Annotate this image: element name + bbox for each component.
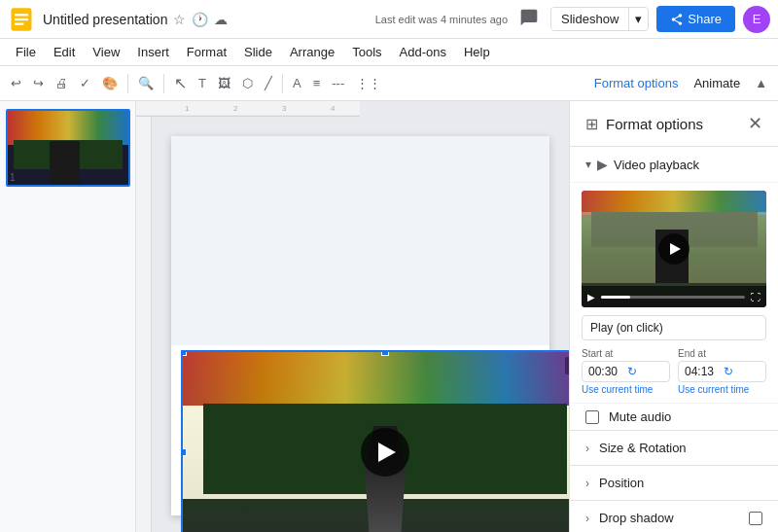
end-time-input-wrap: ↻ — [678, 361, 766, 382]
app-logo — [8, 6, 35, 33]
title-bar-actions: Last edit was 4 minutes ago Slideshow ▾ … — [375, 4, 770, 34]
canvas-area[interactable]: 1 2 3 4 5 6 7 8 9 — [136, 101, 569, 532]
image-button[interactable]: 🖼 — [213, 73, 235, 93]
line-weight-button[interactable]: ≡ — [308, 73, 326, 93]
menu-edit[interactable]: Edit — [46, 43, 83, 61]
text-box-button[interactable]: T — [194, 73, 211, 93]
spellcheck-button[interactable]: ✓ — [75, 73, 95, 93]
start-at-label: Start at — [582, 348, 670, 359]
slide-container: ⤢ — [152, 117, 569, 532]
video-playback-header[interactable]: ▾ ▶ Video playback — [570, 147, 778, 183]
mute-checkbox[interactable] — [585, 410, 599, 424]
play-option-select[interactable]: Play (on click) Play (automatically) Pla… — [582, 315, 766, 340]
sep2 — [163, 74, 164, 93]
end-time-input[interactable] — [685, 365, 724, 378]
svg-text:4: 4 — [331, 104, 336, 113]
drop-shadow-title: Drop shadow — [599, 511, 749, 525]
drop-shadow-header[interactable]: › Drop shadow — [570, 501, 778, 532]
chevron-down-icon: ▾ — [585, 158, 591, 171]
menu-slide[interactable]: Slide — [236, 43, 280, 61]
format-options-button[interactable]: Format options — [588, 73, 685, 93]
time-inputs: Start at ↻ End at ↻ — [582, 348, 766, 382]
sep1 — [127, 74, 128, 93]
redo-button[interactable]: ↪ — [28, 73, 49, 93]
comment-button[interactable] — [515, 4, 543, 34]
user-avatar[interactable]: E — [743, 6, 770, 33]
end-at-label: End at — [678, 348, 766, 359]
start-refresh-icon[interactable]: ↻ — [627, 365, 637, 378]
preview-play-button[interactable] — [658, 233, 690, 265]
end-refresh-icon[interactable]: ↻ — [724, 365, 733, 378]
video-play-button[interactable] — [361, 428, 409, 477]
progress-bar[interactable] — [601, 296, 745, 299]
shapes-button[interactable]: ⬡ — [237, 73, 258, 93]
slideshow-button[interactable]: Slideshow — [551, 8, 629, 30]
history-icon[interactable]: 🕐 — [192, 12, 208, 27]
menu-insert[interactable]: Insert — [129, 43, 177, 61]
star-icon[interactable]: ☆ — [173, 12, 186, 27]
print-button[interactable]: 🖨 — [51, 73, 73, 93]
align-button[interactable]: ⋮⋮ — [351, 73, 386, 93]
menu-arrange[interactable]: Arrange — [282, 43, 342, 61]
resize-handle-ml[interactable] — [181, 448, 187, 456]
start-time-input[interactable] — [588, 365, 627, 378]
slideshow-container: Slideshow ▾ — [550, 7, 649, 31]
toolbar-collapse[interactable]: ▲ — [750, 73, 772, 93]
format-panel-title: Format options — [606, 116, 748, 132]
size-rotation-section: › Size & Rotation — [570, 430, 778, 465]
mute-audio-row: Mute audio — [570, 403, 778, 430]
size-rotation-chevron-icon: › — [585, 442, 589, 455]
sep3 — [282, 74, 283, 93]
menu-format[interactable]: Format — [179, 43, 234, 61]
drop-shadow-section: › Drop shadow — [570, 500, 778, 532]
use-current-end[interactable]: Use current time — [678, 384, 766, 395]
undo-button[interactable]: ↩ — [6, 73, 26, 93]
format-panel-close[interactable]: ✕ — [748, 113, 762, 134]
menu-view[interactable]: View — [85, 43, 127, 61]
menu-help[interactable]: Help — [456, 43, 498, 61]
slide-upper-area — [171, 136, 549, 345]
main-area: 1 1 2 3 4 5 6 7 8 9 — [0, 101, 778, 532]
animate-button[interactable]: Animate — [688, 73, 746, 93]
position-header[interactable]: › Position — [570, 466, 778, 500]
fullscreen-icon[interactable]: ⛶ — [751, 292, 760, 302]
zoom-button[interactable]: 🔍 — [133, 73, 159, 93]
position-chevron-icon: › — [585, 477, 589, 490]
resize-handle-tm[interactable] — [381, 350, 389, 356]
size-rotation-header[interactable]: › Size & Rotation — [570, 431, 778, 465]
svg-text:1: 1 — [185, 104, 190, 113]
video-element[interactable]: ⤢ — [181, 350, 569, 532]
svg-rect-3 — [15, 22, 23, 24]
format-panel-icon: ⊞ — [585, 115, 598, 133]
line-button[interactable]: ╱ — [260, 73, 277, 93]
title-area: Untitled presentation ☆ 🕐 ☁ — [43, 12, 375, 27]
toolbar: ↩ ↪ 🖨 ✓ 🎨 🔍 ↖ T 🖼 ⬡ ╱ A ≡ --- ⋮⋮ Format … — [0, 66, 778, 101]
video-preview: ▶ ⛶ — [582, 191, 766, 307]
format-panel-header: ⊞ Format options ✕ — [570, 101, 778, 147]
end-time-group: End at ↻ — [678, 348, 766, 382]
presentation-title[interactable]: Untitled presentation — [43, 12, 167, 27]
line-dash-button[interactable]: --- — [327, 73, 349, 93]
slideshow-dropdown[interactable]: ▾ — [629, 8, 648, 30]
video-playback-section: ▾ ▶ Video playback ▶ ⛶ — [570, 147, 778, 430]
slide-canvas[interactable]: ⤢ — [171, 136, 549, 515]
preview-play-small-icon[interactable]: ▶ — [587, 292, 595, 302]
menu-addons[interactable]: Add-ons — [392, 43, 454, 61]
bg-color-button[interactable]: A — [288, 73, 306, 93]
paint-format-button[interactable]: 🎨 — [97, 73, 123, 93]
play-options: Play (on click) Play (automatically) Pla… — [582, 315, 766, 340]
external-link-icon[interactable]: ⤢ — [565, 357, 569, 374]
use-current-time: Use current time Use current time — [582, 384, 766, 395]
menu-file[interactable]: File — [8, 43, 44, 61]
start-time-input-wrap: ↻ — [582, 361, 670, 382]
share-button[interactable]: Share — [656, 6, 735, 32]
video-icon: ▶ — [597, 157, 608, 172]
svg-rect-2 — [15, 18, 28, 19]
resize-handle-tl[interactable] — [181, 350, 187, 356]
drop-shadow-checkbox[interactable] — [749, 512, 762, 525]
slide-thumbnail-1[interactable]: 1 — [6, 109, 130, 187]
select-button[interactable]: ↖ — [169, 71, 192, 95]
menu-tools[interactable]: Tools — [344, 43, 389, 61]
use-current-start[interactable]: Use current time — [582, 384, 670, 395]
preview-controls: ▶ ⛶ — [582, 286, 766, 307]
